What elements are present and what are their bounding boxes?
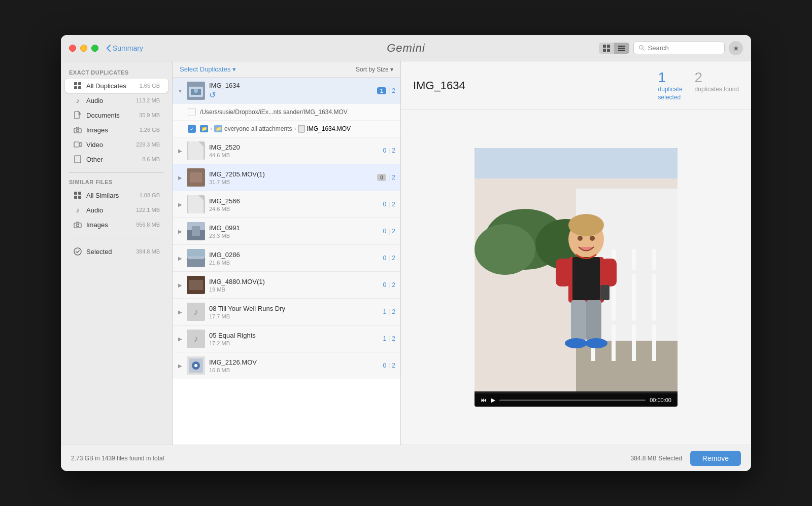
file-group-img-2566: ▶ IMG_2566 24.6 MB 0 | 2 <box>173 191 400 218</box>
svg-rect-14 <box>74 128 81 133</box>
remove-button[interactable]: Remove <box>690 451 741 466</box>
img-2126-name: IMG_2126.MOV <box>209 358 379 366</box>
svg-rect-10 <box>78 82 81 85</box>
img-7205-thumb <box>187 168 205 187</box>
svg-rect-9 <box>74 82 77 85</box>
img-4880-size: 19 MB <box>209 286 379 293</box>
svg-rect-39 <box>189 280 203 290</box>
img-4880-count: 0 | 2 <box>383 281 396 288</box>
other-icon <box>73 155 82 164</box>
file-list-panel: Select Duplicates ▾ Sort by Size ▾ ▼ <box>173 61 401 445</box>
sidebar-item-video[interactable]: Video 228.3 MB <box>65 137 168 152</box>
search-input[interactable] <box>648 44 719 52</box>
file-group-img-2520: ▶ IMG_2520 44.6 MB 0 | 2 <box>173 137 400 164</box>
file-group-header-img-0991[interactable]: ▶ IMG_0991 23.3 MB <box>173 218 400 244</box>
sidebar-item-selected[interactable]: Selected 384.8 MB <box>65 244 168 259</box>
svg-point-53 <box>475 224 535 275</box>
file-group-img-2126: ▶ IMG_2126.MOV 16.8 MB <box>173 352 400 379</box>
svg-rect-58 <box>652 249 656 361</box>
camera-icon <box>73 125 82 134</box>
minimize-button[interactable] <box>80 45 87 52</box>
chevron-right-icon-7: ▶ <box>178 309 183 314</box>
close-button[interactable] <box>69 45 76 52</box>
camera-sim-icon <box>73 220 82 229</box>
sidebar-item-documents[interactable]: Documents 35.9 MB <box>65 108 168 122</box>
file-group-08-till: ▶ ♪ 08 Till Your Well Runs Dry 17.7 MB <box>173 299 400 326</box>
list-view-button[interactable] <box>614 43 629 54</box>
file-group-header-img-1634[interactable]: ▼ IMG_1634 ↺ <box>173 78 400 104</box>
file-checkbox-unchecked[interactable] <box>188 108 196 116</box>
img-2520-size: 44.6 MB <box>209 152 379 158</box>
all-similars-label: All Similars <box>86 192 140 199</box>
svg-point-72 <box>590 236 595 241</box>
images-label: Images <box>86 126 140 134</box>
sidebar-item-all-similars[interactable]: All Similars 1.08 GB <box>65 188 168 202</box>
svg-rect-68 <box>586 300 601 341</box>
img-2566-size: 24.6 MB <box>209 206 379 212</box>
maximize-button[interactable] <box>91 45 98 52</box>
video-controls: ⏮ ▶ 00:00:00 <box>475 393 678 407</box>
img-4880-info: IMG_4880.MOV(1) 19 MB <box>209 278 379 293</box>
img-0991-thumb <box>187 222 205 240</box>
sidebar-item-images[interactable]: Images 1.26 GB <box>65 123 168 137</box>
file-group-header-img-2566[interactable]: ▶ IMG_2566 24.6 MB 0 | 2 <box>173 191 400 218</box>
sort-button[interactable]: Sort by Size ▾ <box>356 66 393 73</box>
preview-image-wrapper: ⏮ ▶ 00:00:00 <box>475 148 678 407</box>
audio-label: Audio <box>86 97 136 104</box>
svg-text:♪: ♪ <box>194 334 198 344</box>
select-duplicates-button[interactable]: Select Duplicates ▾ <box>180 65 236 73</box>
sidebar-item-audio-sim[interactable]: ♪ Audio 122.1 MB <box>65 203 168 217</box>
play-button[interactable]: ▶ <box>491 396 495 404</box>
sidebar-item-other[interactable]: Other 8.6 MB <box>65 152 168 166</box>
file-group-header-08-till[interactable]: ▶ ♪ 08 Till Your Well Runs Dry 17.7 MB <box>173 299 400 325</box>
file-list-header: Select Duplicates ▾ Sort by Size ▾ <box>173 61 400 78</box>
file-group-header-05-equal[interactable]: ▶ ♪ 05 Equal Rights 17.2 MB 1 <box>173 326 400 352</box>
svg-rect-0 <box>603 45 606 48</box>
img-2566-thumb <box>187 195 205 213</box>
img-7205-count: 0 | 2 <box>377 174 395 181</box>
video-progress-bar[interactable] <box>499 400 646 401</box>
duplicate-selected-stat: 1 duplicateselected <box>658 69 683 101</box>
file-group-header-img-0286[interactable]: ▶ IMG_0286 21.6 MB <box>173 245 400 271</box>
file-checkbox-checked[interactable] <box>188 125 196 133</box>
audio-size: 113.2 MB <box>136 97 160 103</box>
img-2126-thumb <box>187 356 205 375</box>
svg-rect-13 <box>75 112 79 119</box>
chevron-right-icon-2: ▶ <box>178 175 183 180</box>
star-button[interactable]: ★ <box>729 41 743 55</box>
svg-point-15 <box>77 129 79 132</box>
grid-view-button[interactable] <box>599 43 614 54</box>
svg-rect-11 <box>74 86 77 89</box>
checkmark-icon <box>73 247 82 256</box>
images-size: 1.26 GB <box>140 127 160 133</box>
skip-back-button[interactable]: ⏮ <box>481 396 487 404</box>
svg-rect-66 <box>601 259 617 286</box>
file-path-1: /Users/susie/Dropbox/iEx...nts sander/IM… <box>200 109 393 116</box>
gemini-title: Gemini <box>387 42 425 55</box>
svg-rect-29 <box>298 125 304 132</box>
file-group-header-img-2520[interactable]: ▶ IMG_2520 44.6 MB 0 | 2 <box>173 137 400 164</box>
file-breadcrumb: 📁 › 📁 everyone all attachments › IMG_163… <box>200 125 351 133</box>
sidebar-item-all-duplicates[interactable]: All Duplicates 1.65 GB <box>65 79 168 93</box>
img-0286-size: 21.6 MB <box>209 260 379 266</box>
img-2520-count: 0 | 2 <box>383 147 396 154</box>
svg-rect-12 <box>78 86 81 89</box>
sidebar-divider-2 <box>69 238 164 238</box>
bottom-right: 384.8 MB Selected Remove <box>630 451 741 466</box>
file-group-header-img-7205[interactable]: ▶ IMG_7205.MOV(1) 31.7 MB 0 <box>173 164 400 191</box>
svg-rect-17 <box>75 156 81 163</box>
back-button[interactable]: Summary <box>107 44 143 52</box>
chevron-right-icon-9: ▶ <box>178 363 183 368</box>
search-box[interactable] <box>633 42 725 54</box>
file-group-header-img-2126[interactable]: ▶ IMG_2126.MOV 16.8 MB <box>173 352 400 379</box>
folder-icon-2: 📁 <box>214 125 222 132</box>
img-1634-count: 1 | 2 <box>377 87 395 94</box>
svg-rect-31 <box>190 172 202 183</box>
sidebar-item-images-sim[interactable]: Images 956.8 MB <box>65 218 168 232</box>
img-0286-thumb <box>187 249 205 267</box>
till-size: 17.7 MB <box>209 313 379 319</box>
sidebar-item-audio[interactable]: ♪ Audio 113.2 MB <box>65 93 168 107</box>
svg-rect-64 <box>572 257 600 300</box>
file-group-header-img-4880[interactable]: ▶ IMG_4880.MOV(1) 19 MB 0 <box>173 272 400 298</box>
chevron-down-icon: ▼ <box>178 88 183 93</box>
